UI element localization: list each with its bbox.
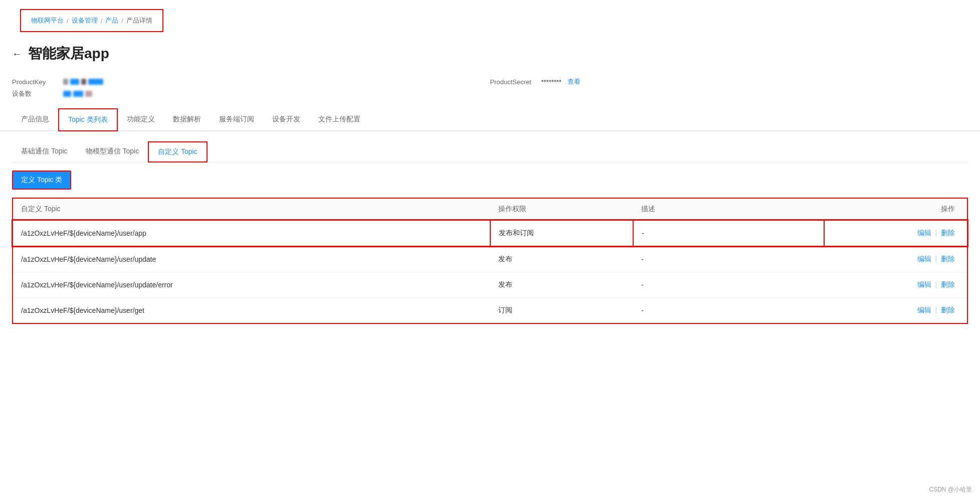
topic-table: 自定义 Topic 操作权限 描述 操作 /a1zOxzLvHeF/${devi… (12, 198, 968, 324)
count-blur-1 (63, 91, 71, 97)
key-blur-1 (63, 79, 68, 85)
view-secret-link[interactable]: 查看 (567, 77, 580, 86)
permission-cell: 订阅 (490, 298, 634, 324)
table-row: /a1zOxzLvHeF/${deviceName}/user/app 发布和订… (13, 220, 967, 246)
tab-server-subscribe[interactable]: 服务端订阅 (210, 109, 263, 131)
device-count-row: 设备数 (12, 89, 490, 98)
sub-tab-basic[interactable]: 基础通信 Topic (12, 142, 77, 162)
topic-cell: /a1zOxzLvHeF/${deviceName}/user/update (13, 246, 490, 272)
table-header: 自定义 Topic 操作权限 描述 操作 (13, 198, 967, 220)
topic-cell: /a1zOxzLvHeF/${deviceName}/user/app (13, 220, 490, 246)
device-count-value (63, 91, 92, 97)
product-key-value (63, 79, 103, 85)
key-blur-3 (81, 79, 86, 85)
count-blur-2 (73, 91, 83, 97)
action-sep-1: | (935, 255, 937, 263)
product-secret-value: ******** (541, 78, 561, 86)
col-topic: 自定义 Topic (13, 198, 490, 220)
col-action: 操作 (824, 198, 967, 220)
delete-link-2[interactable]: 删除 (941, 280, 955, 288)
breadcrumb-sep-1: / (67, 17, 69, 25)
count-blur-3 (85, 91, 92, 97)
description-cell: - (633, 272, 824, 298)
tab-file-upload[interactable]: 文件上传配置 (309, 109, 369, 131)
key-blur-4 (88, 79, 103, 85)
topic-cell: /a1zOxzLvHeF/${deviceName}/user/get (13, 298, 490, 324)
permission-cell: 发布和订阅 (490, 220, 634, 246)
device-count-label: 设备数 (12, 89, 57, 98)
page-header: ← 智能家居app (0, 36, 980, 77)
back-button[interactable]: ← (12, 48, 22, 60)
delete-link-1[interactable]: 删除 (941, 255, 955, 263)
key-blur-2 (70, 79, 79, 85)
action-cell: 编辑 | 删除 (824, 272, 967, 298)
product-secret-row: ProductSecret ******** 查看 (490, 77, 968, 86)
edit-link-2[interactable]: 编辑 (917, 280, 931, 288)
page-wrapper: 物联网平台 / 设备管理 / 产品 / 产品详情 ← 智能家居app Produ… (0, 0, 980, 498)
sub-tabs: 基础通信 Topic 物模型通信 Topic 自定义 Topic (12, 141, 968, 162)
tab-topic-list[interactable]: Topic 类列表 (58, 108, 118, 131)
sub-tab-thing-model[interactable]: 物模型通信 Topic (77, 142, 148, 162)
main-tabs: 产品信息 Topic 类列表 功能定义 数据解析 服务端订阅 设备开发 文件上传… (0, 108, 980, 131)
tab-device-dev[interactable]: 设备开发 (263, 109, 309, 131)
col-permission: 操作权限 (490, 198, 634, 220)
table-row: /a1zOxzLvHeF/${deviceName}/user/update 发… (13, 246, 967, 272)
breadcrumb-sep-2: / (101, 17, 103, 25)
description-cell: - (633, 298, 824, 324)
product-key-row: ProductKey (12, 77, 490, 86)
breadcrumb-item-detail: 产品详情 (126, 16, 152, 25)
description-cell: - (633, 220, 824, 246)
action-cell: 编辑 | 删除 (824, 298, 967, 324)
sub-tab-custom[interactable]: 自定义 Topic (148, 141, 208, 162)
action-cell: 编辑 | 删除 (824, 220, 967, 246)
tab-data-analysis[interactable]: 数据解析 (164, 109, 210, 131)
content-area: 基础通信 Topic 物模型通信 Topic 自定义 Topic 定义 Topi… (0, 131, 980, 334)
breadcrumb: 物联网平台 / 设备管理 / 产品 / 产品详情 (20, 9, 163, 32)
watermark: CSDN @小哈里 (929, 485, 972, 494)
delete-link-0[interactable]: 删除 (941, 229, 955, 237)
edit-link-3[interactable]: 编辑 (917, 306, 931, 314)
breadcrumb-sep-3: / (121, 17, 123, 25)
action-sep-2: | (935, 280, 937, 288)
delete-link-3[interactable]: 删除 (941, 306, 955, 314)
tab-product-info[interactable]: 产品信息 (12, 109, 58, 131)
action-sep-0: | (935, 229, 937, 237)
topic-cell: /a1zOxzLvHeF/${deviceName}/user/update/e… (13, 272, 490, 298)
define-topic-button[interactable]: 定义 Topic 类 (12, 171, 71, 190)
tab-function-def[interactable]: 功能定义 (118, 109, 164, 131)
action-sep-3: | (935, 306, 937, 314)
table-header-row: 自定义 Topic 操作权限 描述 操作 (13, 198, 967, 220)
action-cell: 编辑 | 删除 (824, 246, 967, 272)
permission-cell: 发布 (490, 246, 634, 272)
edit-link-1[interactable]: 编辑 (917, 255, 931, 263)
table-row: /a1zOxzLvHeF/${deviceName}/user/update/e… (13, 272, 967, 298)
breadcrumb-item-device[interactable]: 设备管理 (72, 16, 98, 25)
description-cell: - (633, 246, 824, 272)
table-row: /a1zOxzLvHeF/${deviceName}/user/get 订阅 -… (13, 298, 967, 324)
product-key-label: ProductKey (12, 78, 57, 86)
permission-cell: 发布 (490, 272, 634, 298)
table-body: /a1zOxzLvHeF/${deviceName}/user/app 发布和订… (13, 220, 967, 323)
meta-section: ProductKey ProductSecret ******** 查看 设备数 (0, 77, 980, 104)
edit-link-0[interactable]: 编辑 (917, 229, 931, 237)
breadcrumb-item-iot[interactable]: 物联网平台 (31, 16, 64, 25)
product-secret-label: ProductSecret (490, 78, 535, 86)
define-btn-row: 定义 Topic 类 (12, 171, 968, 190)
page-title: 智能家居app (28, 44, 109, 63)
col-description: 描述 (633, 198, 824, 220)
page-title-row: ← 智能家居app (12, 44, 968, 63)
breadcrumb-item-product[interactable]: 产品 (105, 16, 118, 25)
